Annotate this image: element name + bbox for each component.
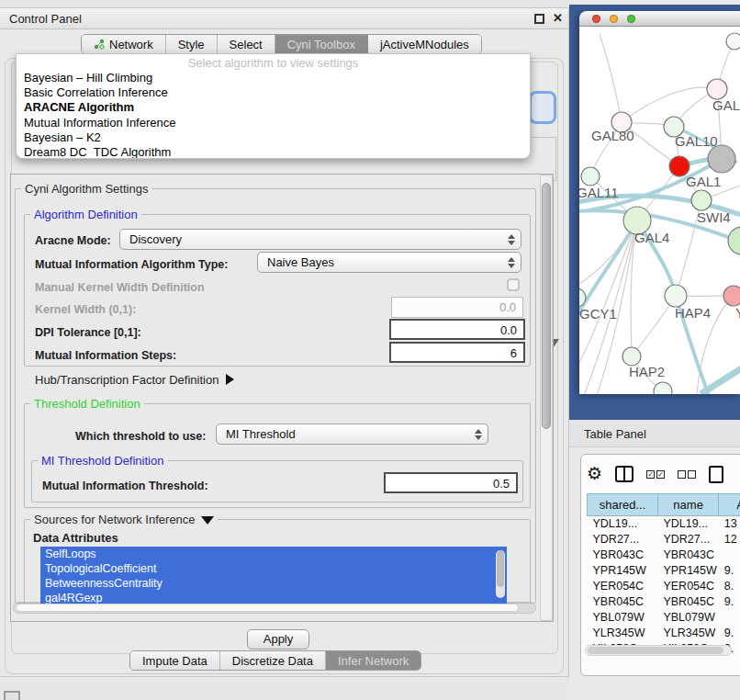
tab-jactivemnodules[interactable]: jActiveMNodules — [368, 35, 481, 53]
table-row[interactable]: YER054CYER054C8. — [588, 579, 740, 594]
network-node-hap2[interactable] — [622, 347, 641, 366]
network-node-hap4[interactable] — [665, 285, 687, 307]
tab-style[interactable]: Style — [166, 35, 218, 53]
network-edge-highlighted[interactable] — [701, 367, 740, 394]
scrollbar-thumb[interactable] — [16, 604, 519, 612]
table-row[interactable]: YBL079WYBL079W — [588, 610, 740, 626]
table-column-header[interactable]: name — [657, 494, 718, 516]
network-node[interactable] — [726, 33, 740, 50]
list-scrollbar[interactable] — [496, 550, 505, 598]
table-row[interactable]: YLR345WYLR345W9. — [588, 626, 740, 641]
bottom-tabstrip: Impute DataDiscretize DataInfer Network — [129, 650, 421, 671]
attribute-list-item[interactable]: SelfLoops — [40, 547, 507, 561]
aracne-mode-combo[interactable]: Discovery — [119, 229, 521, 250]
table-row[interactable]: YDR27...YDR27...12 — [588, 532, 740, 548]
network-node-gal11[interactable] — [581, 167, 600, 186]
tab-label: Style — [178, 38, 205, 51]
node-attribute-table[interactable]: shared...nameA YDL19...YDL19...13YDR27..… — [587, 493, 740, 657]
tab-cyni-toolbox[interactable]: Cyni Toolbox — [275, 35, 368, 53]
table-cell: YPR145W — [657, 563, 718, 579]
select-all-checkboxes-icon[interactable]: ✓✓ — [646, 470, 665, 479]
tab-impute-data[interactable]: Impute Data — [130, 651, 220, 670]
control-panel-title: Control Panel — [9, 12, 82, 26]
kernel-width-field[interactable]: 0.0 — [391, 297, 523, 318]
data-attributes-label: Data Attributes — [33, 531, 118, 545]
algorithm-option[interactable]: Mutual Information Inference — [17, 116, 530, 130]
attribute-list-item[interactable]: TopologicalCoefficient — [40, 561, 507, 576]
network-edge[interactable] — [622, 87, 717, 122]
algorithm-combo-fragment[interactable] — [529, 91, 556, 124]
table-row[interactable]: YDL19...YDL19...13 — [588, 516, 740, 532]
tab-discretize-data[interactable]: Discretize Data — [220, 651, 326, 670]
combo-value: Naive Bayes — [258, 255, 502, 269]
table-cell: 8. — [719, 579, 740, 594]
table-column-header[interactable]: A — [719, 494, 740, 516]
algorithm-option[interactable]: Basic Correlation Inference — [17, 85, 530, 100]
combo-up-down-icon — [502, 257, 521, 268]
close-icon[interactable]: ✕ — [553, 11, 563, 25]
table-cell: YBL079W — [588, 610, 658, 626]
attribute-list-item[interactable]: BetweennessCentrality — [40, 576, 507, 591]
mi-threshold-field[interactable]: 0.5 — [384, 472, 518, 493]
deselect-all-checkboxes-icon[interactable] — [678, 470, 696, 479]
group-title: MI Threshold Definition — [38, 454, 167, 468]
apply-button[interactable]: Apply — [247, 629, 309, 649]
tab-network[interactable]: Network — [82, 35, 166, 53]
popup-prompt: Select algorithm to view settings — [17, 54, 530, 71]
minimize-traffic-light-icon[interactable] — [610, 15, 618, 23]
mi-type-combo[interactable]: Naive Bayes — [257, 252, 521, 273]
manual-kernel-checkbox[interactable] — [507, 278, 520, 291]
network-edge-highlighted[interactable] — [579, 220, 637, 319]
manual-kernel-label: Manual Kernel Width Definition — [35, 281, 205, 294]
hub-definition-toggle[interactable]: Hub/Transcription Factor Definition — [35, 373, 234, 387]
control-panel-tabstrip: NetworkStyleSelectCyni ToolboxjActiveMNo… — [81, 34, 482, 54]
table-panel-titlebar: Table Panel — [569, 420, 740, 447]
column-layout-icon[interactable] — [615, 466, 633, 482]
data-attributes-list[interactable]: SelfLoopsTopologicalCoefficientBetweenne… — [40, 547, 507, 604]
network-node-swi4[interactable] — [691, 190, 712, 210]
algorithm-option[interactable]: Dream8 DC_TDC Algorithm — [17, 145, 530, 159]
table-row[interactable]: YBR043CYBR043C — [588, 548, 740, 563]
mouse-cursor — [554, 339, 559, 347]
table-cell — [719, 548, 740, 563]
table-toolbar: ⚙ ✓✓ — [587, 462, 723, 486]
gear-icon[interactable]: ⚙ — [587, 464, 602, 484]
mi-threshold-label: Mutual Information Threshold: — [42, 480, 208, 492]
network-node-y[interactable] — [723, 286, 740, 306]
tab-infer-network[interactable]: Infer Network — [326, 651, 420, 670]
node-label: GCY1 — [579, 306, 617, 322]
network-window-titlebar[interactable] — [579, 11, 740, 27]
scrollbar-thumb[interactable] — [588, 647, 723, 654]
export-table-icon[interactable] — [709, 466, 723, 483]
table-horizontal-scrollbar[interactable] — [585, 645, 732, 656]
network-node-gal[interactable] — [707, 79, 727, 99]
table-row[interactable]: YBR045CYBR045C9. — [588, 594, 740, 610]
float-panel-icon[interactable] — [534, 14, 544, 24]
table-column-header[interactable]: shared... — [588, 494, 658, 516]
settings-vertical-scrollbar[interactable] — [540, 175, 553, 621]
dpi-tolerance-field[interactable]: 0.0 — [389, 319, 525, 340]
sources-toggle[interactable]: Sources for Network Inference — [30, 513, 218, 526]
algorithm-option[interactable]: Bayesian – Hill Climbing — [17, 71, 530, 85]
network-node[interactable] — [654, 382, 672, 394]
tab-select[interactable]: Select — [218, 35, 275, 53]
restore-panel-icon[interactable] — [4, 691, 20, 700]
table-row[interactable]: YPR145WYPR145W9. — [588, 563, 740, 579]
node-label: GAL1 — [686, 174, 721, 189]
scrollbar-thumb[interactable] — [542, 183, 551, 429]
attribute-list-item[interactable]: gal4RGexp — [40, 591, 507, 604]
which-threshold-combo[interactable]: MI Threshold — [216, 423, 488, 445]
network-node[interactable] — [708, 145, 735, 173]
scrollbar-thumb[interactable] — [497, 550, 504, 587]
which-threshold-label: Which threshold to use: — [75, 430, 206, 443]
mi-steps-field[interactable]: 6 — [389, 342, 525, 363]
algorithm-option[interactable]: ARACNE Algorithm — [17, 100, 530, 115]
network-node[interactable] — [728, 227, 740, 254]
algorithm-dropdown-popup: Select algorithm to view settings Bayesi… — [16, 53, 531, 159]
zoom-traffic-light-icon[interactable] — [627, 15, 635, 23]
algorithm-option[interactable]: Bayesian – K2 — [17, 130, 530, 145]
dpi-tolerance-label: DPI Tolerance [0,1]: — [35, 326, 141, 339]
network-canvas[interactable]: GALGAL80GAL10GAL1GAL11SWI4GAL4HAP4YGCY1H… — [579, 27, 740, 394]
close-traffic-light-icon[interactable] — [592, 15, 600, 23]
network-edge[interactable] — [600, 34, 622, 122]
